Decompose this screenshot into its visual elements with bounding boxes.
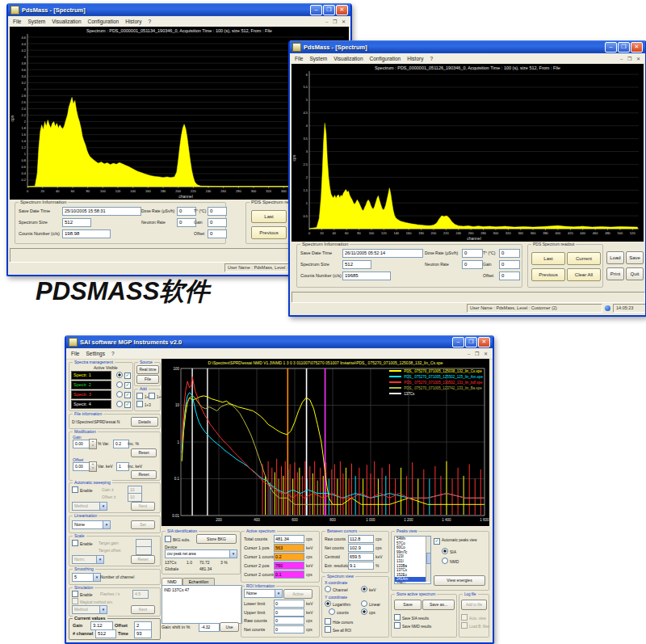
titlebar[interactable]: SAI software MGP Instruments v2.0 – ❐ ✕ [66,335,493,348]
visible-checkbox[interactable] [124,401,132,408]
sia-radio[interactable]: SIA [442,548,456,554]
row-value-field[interactable]: 760 [274,562,304,570]
hide-cursors-checkbox[interactable]: Hide cursors [325,618,353,625]
menu-item-history[interactable]: History [122,19,145,24]
row-value-field[interactable]: 0 [274,617,304,625]
bkg-subs-checkbox[interactable]: BKG subs. [165,536,191,542]
mdi-window-controls-icon[interactable]: – ❐ ✕ [325,19,349,24]
last-button[interactable]: Last [531,252,565,265]
see-all-roi-checkbox[interactable]: See all ROI [325,626,351,633]
menu-item-file[interactable]: File [10,19,24,24]
dose-rate-field[interactable]: 0 [462,249,483,258]
active-radio[interactable] [116,391,124,398]
neutron-rate-field[interactable]: 0 [462,260,483,269]
row-value-field[interactable]: 0 [274,608,304,617]
active-radio[interactable] [116,372,124,378]
mdi-window-controls-icon[interactable]: – ❐ ✕ [620,56,644,61]
sweeping-enable-checkbox[interactable]: Enable [72,486,93,493]
menu-item-visualization[interactable]: Visualization [48,19,84,24]
add-1-3-checkbox[interactable]: 1+3 [136,401,151,407]
minimize-button[interactable]: – [310,5,322,15]
peaks-list-item[interactable]: 235U [395,582,430,584]
maximize-button[interactable]: ❐ [465,337,477,347]
gain-field[interactable]: 0 [499,260,520,269]
save-nmd-results-checkbox[interactable]: Save NMD results [394,622,431,629]
menu-item-file[interactable]: File [292,56,306,61]
counts-number-field[interactable]: 198.98 [62,229,111,238]
menu-item-[interactable]: ? [426,56,436,61]
minimize-button[interactable]: – [452,337,464,347]
automatic-peaks-checkbox[interactable]: Automatic peaks view [434,538,477,545]
visible-checkbox[interactable] [124,381,132,389]
active-radio[interactable] [116,401,124,407]
gain-inc-field[interactable]: 0.2 [113,440,129,448]
store-bkg-button[interactable]: Store BKG [196,534,237,544]
gain-shift-field[interactable]: -4.32 [199,623,220,632]
close-button[interactable]: ✕ [478,337,490,347]
menu-item-settings[interactable]: Settings [82,351,108,356]
store-save-button[interactable]: Save [394,600,422,610]
menu-item-history[interactable]: History [404,56,426,61]
offset-reset-button[interactable]: Reset [131,470,157,479]
menu-item-[interactable]: ? [108,351,118,356]
last-button[interactable]: Last [251,210,287,223]
nmd-radio[interactable]: NMD [442,558,459,564]
menu-item-system[interactable]: System [306,56,330,61]
add-1-4-checkbox[interactable]: 1+4 [149,393,163,399]
counts-number-field[interactable]: 19685 [342,271,391,280]
logarithm-radio[interactable]: Logarithm [325,600,350,607]
counts-radio[interactable]: counts [329,608,349,615]
row-value-field[interactable]: 0 [274,625,304,633]
previous-button[interactable]: Previous [531,268,565,281]
mdi-window-controls-icon[interactable]: – ❐ ✕ [468,351,491,356]
store-save-as-button[interactable]: Save as... [422,600,455,610]
cps-radio[interactable]: cps [361,608,375,615]
row-value-field[interactable]: 0 [274,600,304,608]
offset-field[interactable]: 0 [499,271,520,280]
close-button[interactable]: ✕ [631,42,643,53]
gain-spinner[interactable] [89,439,97,449]
row-value-field[interactable]: 112.8 [348,535,374,543]
use-button[interactable]: Use [220,622,239,632]
menu-item-system[interactable]: System [24,19,48,24]
current-button[interactable]: Current [567,252,601,265]
details-button[interactable]: Details [131,417,158,427]
row-value-field[interactable]: 481.34 [274,535,304,543]
menu-item-configuration[interactable]: Configuration [85,19,123,24]
row-value-field[interactable]: 659.5 [348,553,374,561]
save-date-field[interactable]: 25/10/2005 15:58:31 [62,207,141,216]
visible-checkbox[interactable] [124,391,132,398]
smoothing-dropdown[interactable]: 5 [72,573,101,582]
close-button[interactable]: ✕ [336,5,348,15]
save-button[interactable]: Save [626,251,644,264]
menu-item-[interactable]: ? [145,19,154,24]
peaks-scrollbar[interactable] [426,537,430,582]
temp-field[interactable]: 0 [499,249,520,258]
simulation-enable-checkbox[interactable]: Enable [72,591,93,597]
gain-reset-button[interactable]: Reset [131,448,157,457]
roi-dropdown[interactable]: None [244,589,283,598]
gain-field[interactable]: 0 [208,218,227,227]
save-sia-results-checkbox[interactable]: Save SIA results [394,614,429,621]
spectrum-size-field[interactable]: 512 [342,260,371,269]
linear-radio[interactable]: Linear [361,600,380,607]
row-value-field[interactable]: 563 [274,544,304,552]
linearisation-dropdown[interactable]: None [72,520,111,529]
titlebar[interactable]: PdsMass - [Spectrum] – ❐ ✕ [290,40,645,53]
scale-enable-checkbox[interactable]: Enable [72,540,93,546]
visible-checkbox[interactable] [124,372,132,379]
minimize-button[interactable]: – [605,42,617,53]
offset-spinner[interactable] [89,461,97,472]
temp-field[interactable]: 0 [208,207,227,216]
quit-button[interactable]: Quit [626,267,644,280]
save-date-field[interactable]: 26/11/2005 05:52:14 [342,249,423,258]
row-value-field[interactable]: 102.9 [348,544,374,552]
row-value-field[interactable]: 0.1 [274,570,304,579]
titlebar[interactable]: PdsMass - [Spectrum] – ❐ ✕ [8,3,350,16]
menu-item-file[interactable]: File [68,351,82,356]
real-time-button[interactable]: Real time [136,365,159,374]
channel-radio[interactable]: Channel [325,586,348,592]
maximize-button[interactable]: ❐ [323,5,335,15]
device-dropdown[interactable]: csv peak net area [165,549,237,558]
previous-button[interactable]: Previous [251,226,287,239]
